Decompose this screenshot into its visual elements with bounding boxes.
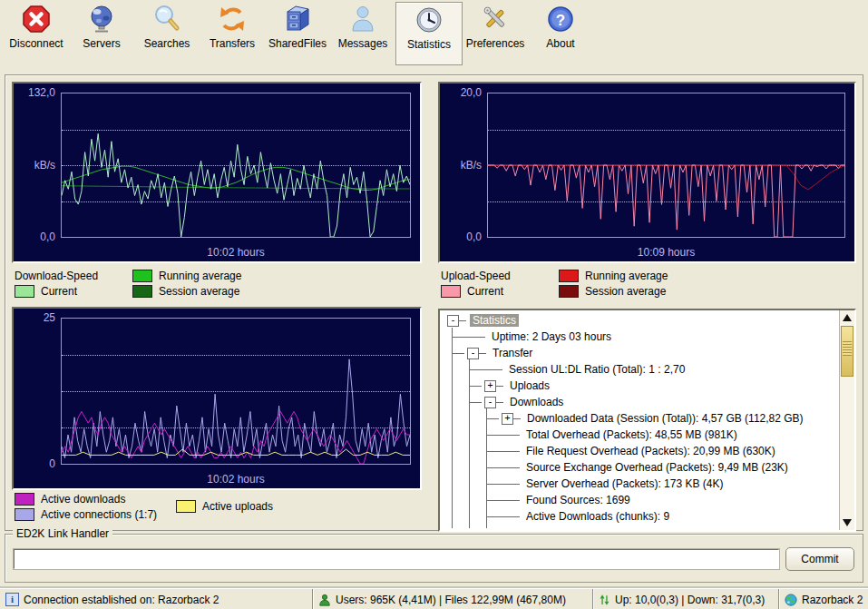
tree-scrollbar[interactable]: [839, 310, 854, 530]
toolbar-button-disconnect[interactable]: Disconnect: [4, 4, 69, 60]
tree-item-uptime[interactable]: Uptime: 2 Days 03 hours: [440, 329, 840, 345]
tree-item-total-overhead[interactable]: Total Overhead (Packets): 48,55 MB (981K…: [440, 427, 840, 443]
statistics-tree: -Statistics Uptime: 2 Days 03 hours -Tra…: [438, 309, 856, 532]
about-icon: ?: [545, 4, 576, 34]
toolbar-button-statistics[interactable]: Statistics: [395, 2, 463, 65]
toolbar-button-about[interactable]: ? About: [528, 4, 593, 60]
legend-label: Active uploads: [202, 500, 273, 513]
tree-item-session-ratio[interactable]: Session UL:DL Ratio (Total): 1 : 2,70: [440, 361, 840, 378]
tree-item-found-sources[interactable]: Found Sources: 1699: [440, 492, 840, 508]
toolbar-label: Preferences: [466, 37, 525, 50]
tree-item-label: Statistics: [470, 314, 519, 327]
tree-connector: [470, 369, 502, 370]
ed2k-link-input[interactable]: [14, 549, 779, 569]
tree-expander[interactable]: +: [484, 380, 496, 392]
statistics-panel: 132,0 kB/s 0,0 10:02 hours 20,0 kB/s 0,0…: [5, 74, 863, 531]
toolbar-label: Searches: [144, 37, 190, 50]
toolbar-button-preferences[interactable]: Preferences: [463, 4, 528, 60]
tree-item-file-request-overhead[interactable]: File Request Overhead (Packets): 20,99 M…: [440, 443, 840, 459]
tree-expander[interactable]: -: [447, 315, 459, 327]
tree-item-label: File Request Overhead (Packets): 20,99 M…: [523, 445, 778, 457]
tree-connector: [487, 484, 520, 485]
tree-expander[interactable]: -: [484, 397, 496, 408]
legend-swatch-active-downloads: [15, 493, 34, 506]
toolbar: Disconnect Servers Searches Transfers Sh…: [0, 0, 868, 69]
transfer-rate-icon: [599, 594, 610, 606]
tree-connector: [459, 320, 466, 321]
y-min-label: 0,0: [14, 231, 55, 243]
toolbar-label: Statistics: [407, 38, 451, 51]
tree-connector: [513, 418, 521, 419]
y-max-label: 132,0: [14, 86, 55, 99]
tree-connector: [487, 467, 520, 468]
legend-swatch-session: [132, 285, 152, 298]
legend-title: Download-Speed: [15, 270, 98, 282]
scroll-up-button[interactable]: [840, 310, 854, 325]
toolbar-button-messages[interactable]: Messages: [330, 4, 395, 60]
tree-connector: [453, 337, 485, 338]
status-bar: i Connection established on: Razorback 2…: [0, 588, 868, 609]
commit-button[interactable]: Commit: [785, 547, 854, 571]
toolbar-label: About: [546, 37, 574, 50]
sharedfiles-icon: [282, 4, 313, 34]
legend-label: Session average: [159, 285, 239, 298]
legend-label: Current: [41, 285, 77, 298]
tree-item-downloaded-data[interactable]: +Downloaded Data (Session (Total)): 4,57…: [440, 410, 840, 427]
toolbar-button-searches[interactable]: Searches: [134, 4, 200, 60]
scrollbar-thumb[interactable]: [841, 326, 853, 377]
tree-connector: [487, 451, 520, 452]
tree-item-label: Uploads: [507, 379, 552, 392]
scroll-down-icon: [843, 519, 852, 526]
toolbar-button-transfers[interactable]: Transfers: [200, 4, 265, 60]
tree-item-source-exchange-overhead[interactable]: Source Exchange Overhead (Packets): 9,49…: [440, 459, 840, 476]
scroll-up-icon: [843, 314, 852, 321]
tree-guide-line: [469, 359, 470, 528]
legend-label: Session average: [585, 285, 666, 298]
tree-item-server-overhead[interactable]: Server Overhead (Packets): 173 KB (4K): [440, 476, 840, 492]
transfers-icon: [217, 4, 248, 34]
preferences-icon: [480, 4, 511, 34]
toolbar-button-servers[interactable]: Servers: [69, 4, 134, 60]
download-legend: Download-Speed Current Running average S…: [15, 268, 241, 299]
tree-item-label: Transfer: [490, 347, 535, 359]
tree-item-label: Source Exchange Overhead (Packets): 9,49…: [523, 461, 791, 474]
y-unit-label: kB/s: [14, 159, 55, 172]
connections-legend: Active downloads Active connections (1:7…: [15, 491, 273, 522]
tree-item-active-downloads[interactable]: Active Downloads (chunks): 9: [440, 508, 840, 525]
x-axis-label: 10:02 hours: [61, 246, 411, 259]
tree-connector: [487, 435, 520, 436]
tree-item-label: Downloads: [507, 396, 566, 408]
upload-speed-plot: [487, 93, 845, 238]
disconnect-icon: [21, 4, 52, 34]
tree-connector: [470, 386, 482, 387]
tree-connector: [487, 418, 499, 419]
tree-connector: [487, 500, 520, 501]
tree-connector: [496, 402, 503, 403]
ed2k-link-handler-group: ED2K Link Handler Commit: [5, 534, 863, 583]
y-max-label: 20,0: [440, 86, 482, 99]
tree-expander[interactable]: -: [467, 348, 479, 359]
tree-expander[interactable]: +: [502, 413, 513, 425]
tree-item-statistics[interactable]: -Statistics: [440, 312, 840, 329]
scroll-down-button[interactable]: [840, 516, 854, 530]
toolbar-label: SharedFiles: [268, 37, 327, 50]
tree-guide-line: [486, 408, 487, 528]
tree-connector: [470, 402, 482, 403]
tree-item-label: Downloaded Data (Session (Total)): 4,57 …: [524, 412, 806, 425]
legend-title: Upload-Speed: [441, 270, 511, 282]
info-icon: i: [5, 593, 19, 606]
thumb-ridges: [843, 341, 852, 356]
legend-swatch-current: [15, 285, 34, 298]
tree-item-uploads[interactable]: +Uploads: [440, 378, 840, 394]
tree-item-transfer[interactable]: -Transfer: [440, 345, 840, 361]
toolbar-label: Messages: [338, 37, 388, 50]
toolbar-label: Transfers: [210, 37, 255, 50]
tree-item-label: Active Downloads (chunks): 9: [523, 510, 672, 523]
toolbar-button-sharedfiles[interactable]: SharedFiles: [265, 4, 330, 60]
tree-item-downloads[interactable]: -Downloads: [440, 394, 840, 410]
connections-plot: [61, 318, 411, 465]
legend-swatch-active-uploads: [176, 500, 196, 513]
y-unit-label: kB/s: [440, 159, 482, 172]
legend-label: Active downloads: [41, 493, 125, 506]
toolbar-label: Disconnect: [9, 37, 63, 50]
